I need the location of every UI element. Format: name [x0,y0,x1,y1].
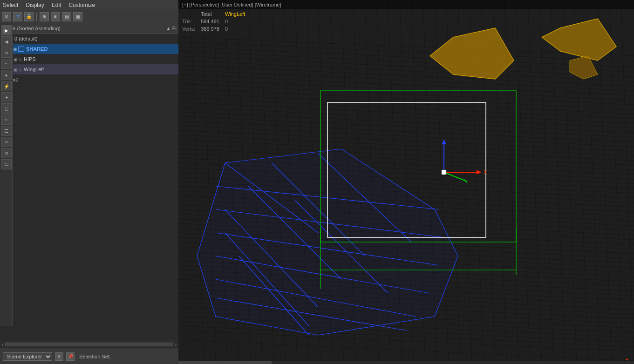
tree-row-x0[interactable]: ▶ ◉ x0 [0,74,178,85]
svg-rect-137 [442,170,446,175]
layer-icon-shared [18,47,24,52]
menu-customize[interactable]: Customize [68,2,95,8]
stats-tris-wing: 0 [225,18,251,25]
viewport[interactable]: [+] [Perspective] [User Defined] [Wirefr… [178,0,634,364]
toolbar-layer-btn[interactable]: ▦ [73,12,82,21]
scene-explorer-bar: Scene Explorer ≡ 📌 Selection Set: [0,349,178,364]
vp-wireframe-label: [Wireframe] [255,2,281,7]
stats-verts-label: Verts: [182,25,201,33]
toolbar: ✕ ⧩ 🔒 ⊕ ≡ ▤ ▦ [0,10,178,23]
stats-verts-total: 366 978 [201,25,225,33]
rail-folder-icon[interactable]: 🗂 [1,159,12,169]
rail-circle-icon[interactable]: ● [1,70,12,80]
tree-col-name: Name (Sorted Ascending) [2,26,163,31]
toolbar-filter-btn[interactable]: ⧩ [13,12,22,21]
vp-plus-bracket: [+] [182,2,188,7]
stats-tris-label: Tris: [182,18,201,25]
rail-menu-icon[interactable]: ☰ [1,126,12,136]
vp-perspective-label: [Perspective] [190,2,219,7]
aircraft-wireframe: X ◂ [178,0,634,364]
tri-icon-wingleft: △ [19,67,22,72]
svg-text:X: X [484,169,487,175]
stats-total-label: Total [201,10,225,18]
left-panel: Select Display Edit Customize ✕ ⧩ 🔒 ⊕ ≡ … [0,0,178,364]
eye2-icon-shared: ◉ [13,47,17,52]
tree-row-shared[interactable]: ▼ ◉ ◉ SHARED [0,44,178,54]
viewport-header: [+] [Perspective] [User Defined] [Wirefr… [178,0,634,9]
rail-star-icon[interactable]: ✦ [1,92,12,102]
tree-label-shared: SHARED [26,46,177,52]
vp-userdefined-label: [User Defined] [220,2,253,7]
toolbar-close-btn[interactable]: ✕ [2,12,11,21]
tree-header: Name (Sorted Ascending) ▲ Fi [0,23,178,34]
tri-icon-hips: △ [19,57,22,61]
left-bottom-bar: ‹ › Scene Explorer ≡ 📌 Selection Set: [0,340,178,364]
stats-verts-wing: 0 [225,25,251,33]
toolbar-sep-1 [36,13,37,21]
scroll-right-arrow[interactable]: › [175,342,177,347]
svg-rect-140 [178,361,272,364]
se-layers-btn[interactable]: ≡ [55,352,63,361]
rail-wave-icon[interactable]: ≋ [1,47,12,58]
rail-grid-icon[interactable]: ⧈ [1,148,12,158]
se-pin-btn[interactable]: 📌 [66,352,75,361]
scroll-track[interactable] [5,343,173,346]
toolbar-grid-btn[interactable]: ▤ [62,12,71,21]
rail-list-icon[interactable]: ≡ [1,115,12,125]
menu-select[interactable]: Select [3,2,18,8]
rail-select-icon[interactable]: ▶ [1,25,12,35]
menu-display[interactable]: Display [26,2,44,8]
menu-edit[interactable]: Edit [52,2,61,8]
toolbar-lock-btn[interactable]: 🔒 [24,12,34,21]
tree-label-wingleft: WingLeft [24,67,177,72]
toolbar-layers-btn[interactable]: ≡ [51,12,60,21]
scroll-area[interactable]: ‹ › [0,340,178,349]
stats-wing-label: WingLeft [225,10,251,18]
scroll-left-arrow[interactable]: ‹ [2,342,3,347]
toolbar-add-btn[interactable]: ⊕ [40,12,49,21]
rail-square-icon[interactable]: ◻ [1,103,12,114]
eye2-icon-wingleft: ◉ [14,67,18,72]
tree-label-hips: HIPS [24,56,177,62]
tree-row-default[interactable]: ● — 0 (default) [0,34,178,44]
rail-back-icon[interactable]: ◀ [1,36,12,47]
scene-tree: Name (Sorted Ascending) ▲ Fi ● — 0 (defa… [0,23,178,340]
rail-lightning-icon[interactable]: ⚡ [1,81,12,91]
tree-row-wingleft[interactable]: ◉ ◉ △ WingLeft [0,64,178,74]
tree-label-default: 0 (default) [14,36,177,41]
menu-bar: Select Display Edit Customize [0,0,178,10]
icon-rail: ▶ ◀ ≋ ~ ● ⚡ ✦ ◻ ≡ ☰ ✂ ⧈ 🗂 [0,23,13,326]
stats-tris-total: 594 491 [201,18,225,25]
tree-label-x0: x0 [13,77,177,82]
rail-curve-icon[interactable]: ~ [1,59,12,69]
eye2-icon-hips: ◉ [14,57,18,62]
tree-col-fi: ▲ Fi [163,26,177,31]
rail-cut-icon[interactable]: ✂ [1,137,12,147]
se-selection-label: Selection Set: [79,354,111,359]
tree-row-hips[interactable]: ◉ ◉ △ HIPS [0,54,178,64]
stats-overlay: Total WingLeft Tris: 594 491 0 Verts: 36… [182,10,251,33]
scene-explorer-dropdown[interactable]: Scene Explorer [3,352,52,361]
